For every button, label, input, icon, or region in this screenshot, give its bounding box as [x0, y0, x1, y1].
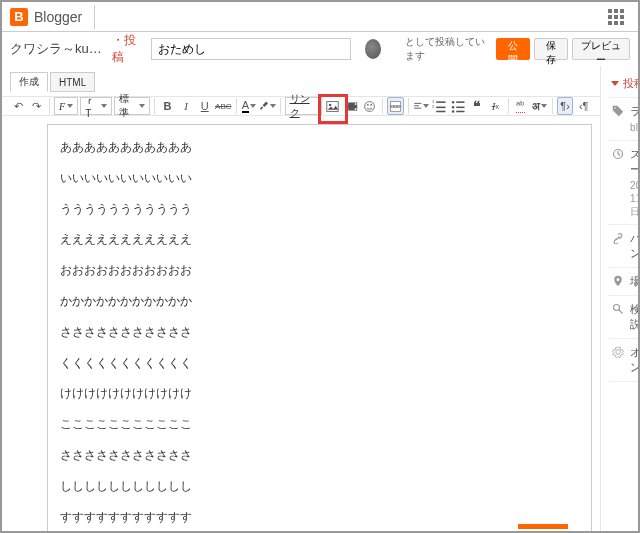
labels-value: blogger	[630, 121, 640, 134]
sidebar-item-options[interactable]: オプション	[609, 338, 640, 382]
apps-icon[interactable]	[608, 9, 624, 25]
labels-label: ラベル	[630, 104, 640, 119]
sidebar-item-location[interactable]: 場所	[609, 267, 640, 295]
schedule-label: スケジュール	[630, 147, 640, 177]
svg-rect-6	[354, 108, 356, 110]
svg-point-1	[329, 103, 331, 105]
svg-point-23	[452, 110, 454, 112]
numbered-list-icon[interactable]: 12	[431, 97, 448, 115]
preview-button[interactable]: プレビュー	[572, 38, 630, 60]
spellcheck-icon[interactable]: ᵃᵇ	[513, 97, 530, 115]
svg-point-8	[367, 104, 369, 106]
underline-button[interactable]: U	[196, 97, 213, 115]
svg-rect-10	[390, 101, 400, 105]
align-button[interactable]	[413, 97, 430, 115]
location-icon	[611, 274, 624, 287]
jump-break-icon[interactable]	[387, 97, 404, 115]
svg-rect-3	[346, 103, 348, 105]
editor-line: さささささささささささ	[60, 324, 579, 341]
save-button[interactable]: 保存	[534, 38, 568, 60]
video-icon[interactable]	[343, 97, 360, 115]
sidebar-item-search-desc[interactable]: 検索向け説明	[609, 295, 640, 338]
sidebar-item-schedule[interactable]: スケジュール 2018/03/13 11:30日本標準時	[609, 140, 640, 224]
italic-button[interactable]: I	[178, 97, 195, 115]
link-button[interactable]: リンク	[285, 97, 323, 115]
svg-text:2: 2	[432, 104, 435, 109]
blogger-logo: B	[10, 8, 28, 26]
schedule-value: 2018/03/13 11:30日本標準時	[630, 179, 640, 218]
svg-rect-0	[327, 101, 338, 111]
editor-line: えええええええええええ	[60, 231, 579, 248]
svg-rect-4	[346, 108, 348, 110]
editor-line: けけけけけけけけけけけ	[60, 385, 579, 402]
post-breadcrumb[interactable]: ・投稿	[112, 32, 141, 66]
image-icon[interactable]	[324, 97, 341, 115]
svg-point-21	[452, 101, 454, 103]
sidebar-item-labels[interactable]: ラベル blogger	[609, 97, 640, 140]
editor-line: こここここここここここ	[60, 416, 579, 433]
tag-icon	[611, 104, 624, 117]
bold-button[interactable]: B	[159, 97, 176, 115]
editor-line: かかかかかかかかかかか	[60, 293, 579, 310]
search-desc-label: 検索向け説明	[630, 302, 640, 332]
svg-point-22	[452, 106, 454, 108]
posting-as-text: として投稿しています	[405, 35, 485, 63]
editor-line: すすすすすすすすすすす	[60, 509, 579, 526]
editor-line: あああああああああああ	[60, 139, 579, 156]
undo-icon[interactable]: ↶	[10, 97, 27, 115]
editor-line: ししししししししししし	[60, 478, 579, 495]
svg-line-29	[618, 309, 622, 313]
emoji-icon[interactable]	[361, 97, 378, 115]
heading-select[interactable]: 標準	[114, 97, 150, 115]
link-icon	[611, 231, 624, 244]
bullet-list-icon[interactable]	[450, 97, 467, 115]
editor-line: おおおおおおおおおおお	[60, 262, 579, 279]
permalink-label: パーマリンク	[630, 231, 640, 261]
editor-line: さささささささささささ	[60, 447, 579, 464]
svg-point-7	[365, 101, 375, 111]
user-avatar[interactable]	[365, 39, 381, 59]
gear-icon	[611, 345, 624, 358]
editor-line: くくくくくくくくくくく	[60, 355, 579, 372]
strikethrough-button[interactable]: ABC	[215, 97, 232, 115]
svg-rect-5	[354, 103, 356, 105]
svg-rect-11	[390, 107, 400, 111]
post-title-input[interactable]	[151, 38, 351, 60]
font-size-select[interactable]: ｒT	[80, 97, 112, 115]
editor-content[interactable]: あああああああああああいいいいいいいいいいいうううううううううううえええええええ…	[47, 124, 592, 533]
loading-indicator	[518, 524, 568, 529]
publish-button[interactable]: 公開	[496, 38, 530, 60]
remove-format-icon[interactable]: Ix	[487, 97, 504, 115]
brand-name: Blogger	[34, 9, 82, 25]
sidebar-title[interactable]: 投稿の設定	[609, 72, 640, 97]
caret-down-icon	[611, 81, 619, 86]
location-label: 場所	[630, 274, 640, 289]
clock-icon	[611, 147, 624, 160]
header-separator	[94, 5, 95, 29]
rtl-icon[interactable]: ‹¶	[575, 97, 592, 115]
transliteration-icon[interactable]: अ	[531, 97, 548, 115]
sidebar-item-permalink[interactable]: パーマリンク	[609, 224, 640, 267]
redo-icon[interactable]: ↷	[29, 97, 46, 115]
quote-icon[interactable]: ❝	[468, 97, 485, 115]
ltr-icon[interactable]: ¶›	[557, 97, 574, 115]
tab-compose[interactable]: 作成	[10, 72, 48, 92]
options-label: オプション	[630, 345, 640, 375]
search-icon	[611, 302, 624, 315]
text-color-button[interactable]: A	[241, 97, 258, 115]
svg-point-28	[613, 304, 619, 310]
svg-point-9	[371, 104, 373, 106]
font-family-select[interactable]: F	[54, 97, 78, 115]
editor-line: ううううううううううう	[60, 201, 579, 218]
tab-html[interactable]: HTML	[50, 72, 95, 92]
highlight-button[interactable]	[259, 97, 276, 115]
editor-line: いいいいいいいいいいい	[60, 170, 579, 187]
blog-name[interactable]: クワシラ～kuwash...	[10, 40, 106, 58]
